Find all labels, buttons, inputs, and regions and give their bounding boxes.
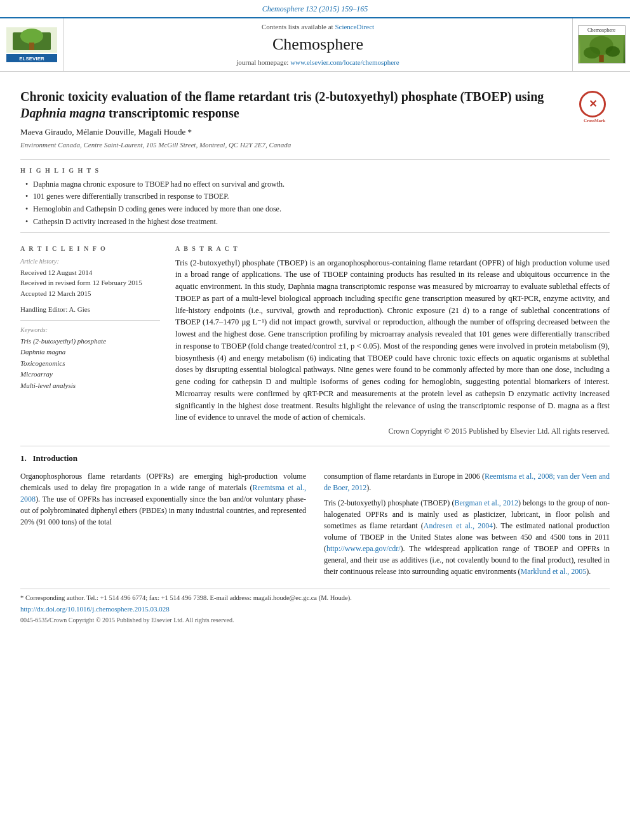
article-info-col: A R T I C L E I N F O Article history: R… bbox=[20, 238, 160, 437]
thumb-label: Chemosphere bbox=[579, 26, 625, 34]
corresponding-author: * Corresponding author. Tel.: +1 514 496… bbox=[20, 593, 610, 603]
divider-3 bbox=[20, 446, 610, 446]
sciencedirect-link[interactable]: ScienceDirect bbox=[335, 23, 374, 30]
highlight-item: Cathepsin D activity increased in the hi… bbox=[25, 217, 610, 227]
svg-rect-3 bbox=[29, 43, 34, 50]
highlight-item: Hemoglobin and Cathepsin D coding genes … bbox=[25, 204, 610, 215]
article-info-label: A R T I C L E I N F O bbox=[20, 244, 160, 253]
highlight-item: Daphnia magna chronic exposure to TBOEP … bbox=[25, 179, 610, 190]
divider-2 bbox=[20, 232, 610, 233]
elsevier-logo-area: ELSEVIER bbox=[0, 18, 64, 71]
journal-ref: Chemosphere 132 (2015) 159–165 bbox=[0, 0, 630, 17]
article-history: Article history: Received 12 August 2014… bbox=[20, 257, 160, 299]
divider-info bbox=[20, 320, 160, 321]
highlight-item: 101 genes were differentially transcribe… bbox=[25, 191, 610, 202]
reemtsma-ref[interactable]: Reemtsma et al., 2008 bbox=[20, 483, 306, 503]
journal-header-center: Contents lists available at ScienceDirec… bbox=[64, 18, 573, 71]
abstract-col: A B S T R A C T Tris (2-butoxyethyl) pho… bbox=[175, 238, 610, 437]
svg-point-2 bbox=[20, 29, 43, 44]
copyright-footer: 0045-6535/Crown Copyright © 2015 Publish… bbox=[20, 616, 610, 625]
elsevier-logo: ELSEVIER bbox=[6, 27, 57, 62]
epa-link[interactable]: http://www.epa.gov/cdr/ bbox=[326, 544, 401, 553]
handling-editor: Handling Editor: A. Gies bbox=[20, 305, 160, 314]
bergman-ref[interactable]: Bergman et al., 2012 bbox=[454, 498, 518, 507]
crossmark-badge: ✕ CrossMark bbox=[579, 91, 610, 121]
article-content: Chronic toxicity evaluation of the flame… bbox=[0, 72, 630, 634]
thumb-image bbox=[579, 35, 625, 63]
abstract-text: Tris (2-butoxyethyl) phosphate (TBOEP) i… bbox=[175, 257, 610, 424]
intro-columns: Organophosphorous flame retardants (OPFR… bbox=[20, 470, 610, 581]
keywords-label: Keywords: bbox=[20, 326, 160, 335]
affiliation: Environment Canada, Centre Saint-Laurent… bbox=[20, 140, 610, 150]
highlights-label: H I G H L I G H T S bbox=[20, 166, 610, 175]
marklund-ref[interactable]: Marklund et al., 2005 bbox=[521, 567, 587, 576]
intro-right-p1: consumption of flame retardants in Europ… bbox=[324, 470, 610, 493]
article-title: Chronic toxicity evaluation of the flame… bbox=[20, 88, 610, 121]
intro-right: consumption of flame retardants in Europ… bbox=[324, 470, 610, 581]
keywords-list: Tris (2-butoxyethyl) phosphate Daphnia m… bbox=[20, 336, 160, 392]
svg-point-8 bbox=[584, 46, 600, 58]
article-info-abstract: A R T I C L E I N F O Article history: R… bbox=[20, 238, 610, 437]
abstract-label: A B S T R A C T bbox=[175, 244, 610, 253]
contents-available: Contents lists available at ScienceDirec… bbox=[262, 22, 374, 32]
received-date: Received 12 August 2014 Received in revi… bbox=[20, 267, 160, 299]
homepage-link[interactable]: www.elsevier.com/locate/chemosphere bbox=[290, 58, 399, 66]
intro-heading: 1. Introduction bbox=[20, 453, 610, 464]
intro-left: Organophosphorous flame retardants (OPFR… bbox=[20, 470, 306, 581]
intro-left-text: Organophosphorous flame retardants (OPFR… bbox=[20, 470, 306, 528]
highlights-list: Daphnia magna chronic exposure to TBOEP … bbox=[25, 179, 610, 227]
footnotes: * Corresponding author. Tel.: +1 514 496… bbox=[20, 589, 610, 625]
history-label: Article history: bbox=[20, 257, 160, 266]
reemtsma-ref-2[interactable]: Reemtsma et al., 2008; van der Veen and … bbox=[324, 472, 610, 492]
doi-link[interactable]: http://dx.doi.org/10.1016/j.chemosphere.… bbox=[20, 605, 170, 613]
divider-1 bbox=[20, 159, 610, 160]
svg-text:ELSEVIER: ELSEVIER bbox=[19, 56, 44, 62]
abstract-copyright: Crown Copyright © 2015 Published by Else… bbox=[175, 426, 610, 437]
homepage-line: journal homepage: www.elsevier.com/locat… bbox=[236, 58, 399, 67]
journal-header: ELSEVIER Contents lists available at Sci… bbox=[0, 17, 630, 72]
authors: Maeva Giraudo, Mélanie Douville, Magali … bbox=[20, 126, 610, 138]
journal-thumbnail: Chemosphere bbox=[578, 25, 626, 63]
journal-title: Chemosphere bbox=[272, 33, 363, 56]
intro-right-p2: Tris (2-butoxyethyl) phosphate (TBOEP) (… bbox=[324, 497, 610, 577]
journal-thumb-area: Chemosphere bbox=[573, 18, 630, 71]
svg-rect-10 bbox=[599, 55, 603, 62]
andresen-ref[interactable]: Andresen et al., 2004 bbox=[424, 521, 493, 530]
svg-point-9 bbox=[605, 46, 619, 57]
